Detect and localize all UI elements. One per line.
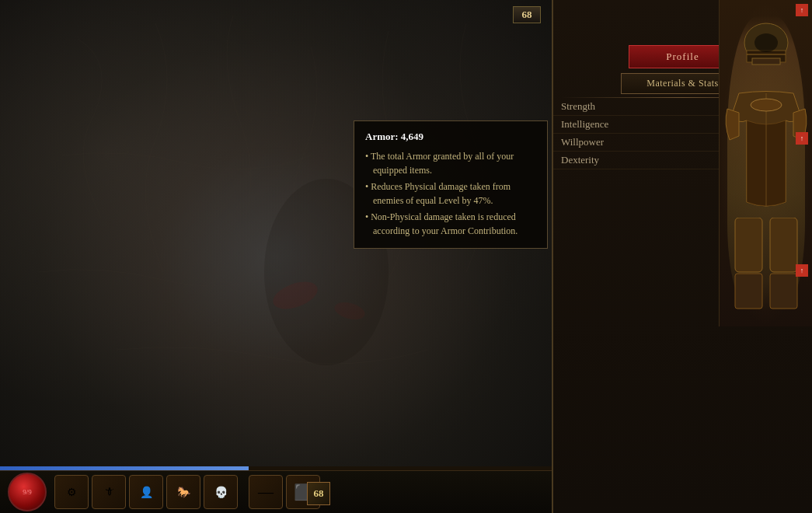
- game-skill-bar: 9/9 ⚙ 🗡 👤 🐎 💀 68 — ⬛: [0, 470, 552, 513]
- svg-rect-13: [735, 274, 762, 309]
- level-badge: 68: [513, 6, 541, 23]
- svg-rect-14: [770, 274, 797, 309]
- health-orb: 9/9: [8, 473, 47, 511]
- bar-level-value: 68: [314, 487, 324, 500]
- svg-rect-8: [752, 58, 780, 65]
- tooltip-bullet-2: • Reduces Physical damage taken from ene…: [365, 180, 536, 208]
- svg-rect-12: [770, 218, 797, 272]
- helmet-svg: [735, 16, 797, 78]
- dexterity-label: Dexterity: [561, 154, 599, 166]
- svg-rect-11: [735, 218, 762, 272]
- legs-visual: [731, 218, 801, 311]
- game-background: [0, 0, 552, 513]
- stone-texture: [0, 0, 552, 513]
- legs-svg: [731, 218, 801, 311]
- character-model: ↑ ↑ ↑: [719, 0, 812, 326]
- skill-slot-6[interactable]: —: [249, 475, 283, 509]
- svg-point-7: [754, 33, 778, 52]
- tooltip-bullet-1: • The total Armor granted by all of your…: [365, 149, 536, 177]
- upgrade-badge-head: ↑: [796, 4, 808, 16]
- intelligence-label: Intelligence: [561, 118, 608, 131]
- tooltip-bullet-3: • Non-Physical damage taken is reduced a…: [365, 210, 536, 238]
- willpower-label: Willpower: [561, 136, 604, 148]
- skill-slot-1[interactable]: ⚙: [54, 475, 89, 509]
- strength-label: Strength: [561, 100, 595, 113]
- right-panel: ↑ ↑ ↑ ↑: [552, 0, 812, 513]
- skill-slot-2[interactable]: 🗡: [92, 475, 126, 509]
- skill-slot-5[interactable]: 💀: [204, 475, 238, 509]
- armor-tooltip: Armor: 4,649 • The total Armor granted b…: [354, 120, 548, 249]
- upgrade-badge-body: ↑: [796, 132, 808, 145]
- bar-level-indicator: 68: [307, 482, 330, 505]
- helmet-visual: [735, 16, 797, 78]
- skill-slot-4[interactable]: 🐎: [166, 475, 200, 509]
- skill-slot-3[interactable]: 👤: [129, 475, 163, 509]
- tooltip-title: Armor: 4,649: [365, 129, 536, 145]
- svg-point-10: [751, 99, 782, 111]
- health-label: 9/9: [23, 488, 32, 496]
- upgrade-badge-legs: ↑: [796, 264, 808, 277]
- level-value: 68: [522, 9, 532, 21]
